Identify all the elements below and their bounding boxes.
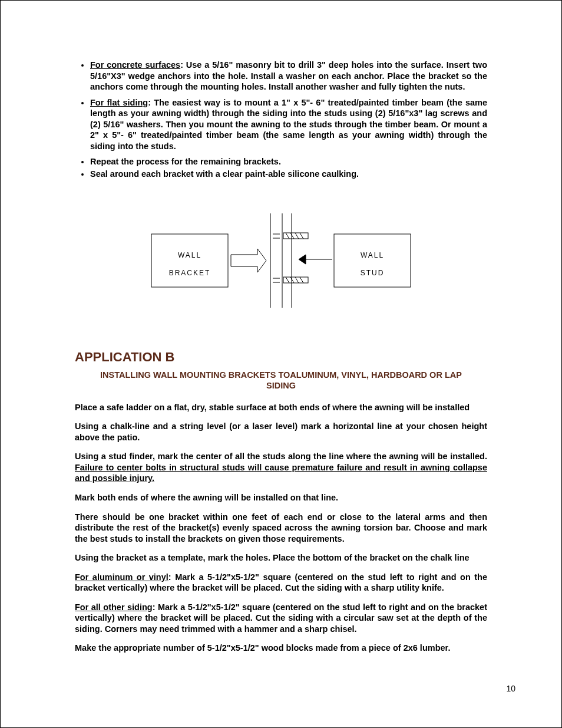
para-ladder: Place a safe ladder on a flat, dry, stab…	[75, 402, 487, 413]
page-number: 10	[506, 684, 515, 693]
content-area: For concrete surfaces: Use a 5/16" mason…	[75, 60, 487, 654]
bullet-label: For flat siding	[90, 98, 148, 107]
instruction-bullets: For concrete surfaces: Use a 5/16" mason…	[75, 60, 487, 179]
bullet-text: : The easiest way is to mount a 1" x 5"-…	[90, 98, 487, 151]
para-bracket-spacing: There should be one bracket within one f…	[75, 512, 487, 545]
svg-line-20	[290, 277, 294, 283]
bullet-concrete: For concrete surfaces: Use a 5/16" mason…	[90, 60, 487, 93]
svg-marker-8	[299, 255, 306, 264]
para-template: Using the bracket as a template, mark th…	[75, 552, 487, 564]
bullet-seal: Seal around each bracket with a clear pa…	[90, 169, 487, 180]
diagram-label-wall-left: WALL	[178, 251, 201, 259]
para-label: For aluminum or vinyl	[75, 572, 168, 582]
svg-rect-1	[334, 234, 411, 287]
svg-marker-6	[231, 249, 266, 272]
document-page: For concrete surfaces: Use a 5/16" mason…	[0, 0, 562, 728]
bullet-label: For concrete surfaces	[90, 60, 180, 70]
para-label: For all other siding	[75, 602, 153, 612]
application-b-subheading: INSTALLING WALL MOUNTING BRACKETS TOALUM…	[75, 370, 487, 391]
para-wood-blocks: Make the appropriate number of 5-1/2"x5-…	[75, 643, 487, 654]
diagram-label-bracket: BRACKET	[169, 269, 211, 277]
bullet-repeat: Repeat the process for the remaining bra…	[90, 156, 487, 167]
svg-rect-0	[151, 234, 228, 287]
bullet-flat-siding: For flat siding: The easiest way is to m…	[90, 97, 487, 152]
bracket-diagram: WALL BRACKET WALL STUD	[140, 207, 422, 314]
svg-line-21	[295, 277, 299, 283]
diagram-label-stud: STUD	[361, 269, 385, 277]
para-aluminum-vinyl: For aluminum or vinyl: Mark a 5-1/2"x5-1…	[75, 572, 487, 594]
bullet-text: Seal around each bracket with a clear pa…	[90, 169, 359, 179]
diagram-label-wall-right: WALL	[361, 251, 384, 259]
para-other-siding: For all other siding: Mark a 5-1/2"x5-1/…	[75, 602, 487, 635]
bullet-text: Repeat the process for the remaining bra…	[90, 157, 281, 166]
para-text: Using a stud finder, mark the center of …	[75, 452, 487, 461]
svg-line-14	[295, 233, 299, 239]
para-warning: Failure to center bolts in structural st…	[75, 463, 487, 483]
svg-line-22	[300, 277, 303, 283]
para-studfinder: Using a stud finder, mark the center of …	[75, 451, 487, 484]
svg-line-19	[286, 277, 289, 283]
application-b-heading: APPLICATION B	[75, 349, 487, 365]
para-mark-ends: Mark both ends of where the awning will …	[75, 492, 487, 503]
svg-line-13	[290, 233, 294, 239]
svg-line-15	[300, 233, 303, 239]
para-chalkline: Using a chalk-line and a string level (o…	[75, 421, 487, 443]
svg-line-12	[286, 233, 289, 239]
